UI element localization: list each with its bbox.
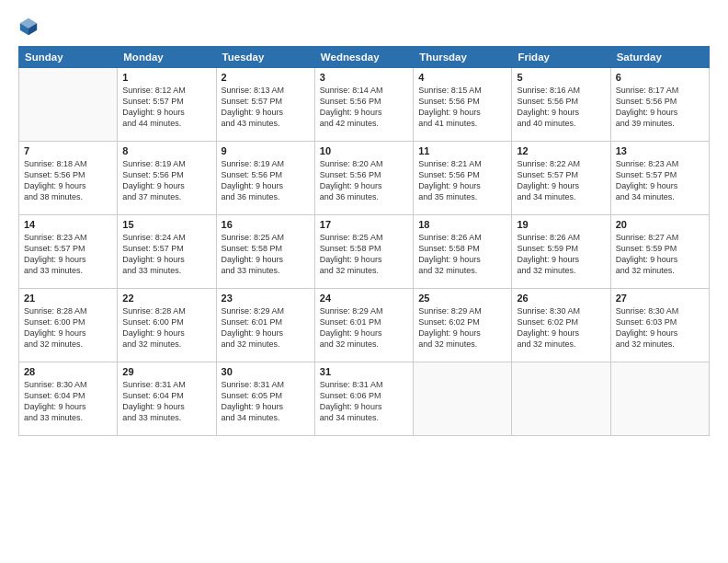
day-cell: 2Sunrise: 8:13 AMSunset: 5:57 PMDaylight… [216, 68, 314, 142]
day-cell: 11Sunrise: 8:21 AMSunset: 5:56 PMDayligh… [414, 142, 512, 215]
day-cell: 29Sunrise: 8:31 AMSunset: 6:04 PMDayligh… [118, 362, 216, 436]
day-cell: 14Sunrise: 8:23 AMSunset: 5:57 PMDayligh… [19, 215, 118, 289]
day-cell: 27Sunrise: 8:30 AMSunset: 6:03 PMDayligh… [610, 289, 709, 362]
day-info: Sunrise: 8:14 AMSunset: 5:56 PMDaylight:… [320, 85, 408, 130]
day-cell: 30Sunrise: 8:31 AMSunset: 6:05 PMDayligh… [216, 362, 314, 436]
day-cell: 19Sunrise: 8:26 AMSunset: 5:59 PMDayligh… [512, 215, 610, 289]
day-number: 27 [616, 293, 704, 304]
day-number: 1 [122, 72, 210, 83]
week-row-3: 21Sunrise: 8:28 AMSunset: 6:00 PMDayligh… [19, 289, 710, 362]
day-number: 11 [418, 145, 506, 156]
weekday-header-sunday: Sunday [19, 47, 118, 68]
day-number: 22 [122, 293, 210, 304]
day-cell: 18Sunrise: 8:26 AMSunset: 5:58 PMDayligh… [414, 215, 512, 289]
day-info: Sunrise: 8:31 AMSunset: 6:04 PMDaylight:… [122, 379, 210, 424]
day-cell: 26Sunrise: 8:30 AMSunset: 6:02 PMDayligh… [512, 289, 610, 362]
day-cell: 20Sunrise: 8:27 AMSunset: 5:59 PMDayligh… [610, 215, 709, 289]
day-cell: 15Sunrise: 8:24 AMSunset: 5:57 PMDayligh… [118, 215, 216, 289]
day-number: 15 [122, 219, 210, 230]
day-number: 5 [517, 72, 605, 83]
day-info: Sunrise: 8:19 AMSunset: 5:56 PMDaylight:… [222, 158, 310, 203]
day-number: 29 [122, 366, 210, 377]
day-info: Sunrise: 8:26 AMSunset: 5:58 PMDaylight:… [418, 232, 506, 277]
week-row-1: 7Sunrise: 8:18 AMSunset: 5:56 PMDaylight… [19, 142, 710, 215]
day-number: 25 [418, 293, 506, 304]
day-info: Sunrise: 8:29 AMSunset: 6:01 PMDaylight:… [222, 305, 310, 350]
day-number: 6 [616, 72, 704, 83]
weekday-header-saturday: Saturday [610, 47, 709, 68]
day-info: Sunrise: 8:18 AMSunset: 5:56 PMDaylight:… [24, 158, 112, 203]
day-number: 31 [320, 366, 408, 377]
day-info: Sunrise: 8:31 AMSunset: 6:06 PMDaylight:… [320, 379, 408, 424]
day-info: Sunrise: 8:25 AMSunset: 5:58 PMDaylight:… [320, 232, 408, 277]
week-row-2: 14Sunrise: 8:23 AMSunset: 5:57 PMDayligh… [19, 215, 710, 289]
day-info: Sunrise: 8:15 AMSunset: 5:56 PMDaylight:… [418, 85, 506, 130]
day-cell: 21Sunrise: 8:28 AMSunset: 6:00 PMDayligh… [19, 289, 118, 362]
day-number: 18 [418, 219, 506, 230]
day-number: 4 [418, 72, 506, 83]
weekday-header-thursday: Thursday [414, 47, 512, 68]
day-number: 21 [24, 293, 112, 304]
day-cell: 24Sunrise: 8:29 AMSunset: 6:01 PMDayligh… [314, 289, 413, 362]
day-info: Sunrise: 8:30 AMSunset: 6:02 PMDaylight:… [517, 305, 605, 350]
day-cell: 7Sunrise: 8:18 AMSunset: 5:56 PMDaylight… [19, 142, 118, 215]
day-cell: 6Sunrise: 8:17 AMSunset: 5:56 PMDaylight… [610, 68, 709, 142]
day-cell: 1Sunrise: 8:12 AMSunset: 5:57 PMDaylight… [118, 68, 216, 142]
day-info: Sunrise: 8:28 AMSunset: 6:00 PMDaylight:… [24, 305, 112, 350]
day-info: Sunrise: 8:12 AMSunset: 5:57 PMDaylight:… [122, 85, 210, 130]
day-number: 3 [320, 72, 408, 83]
day-cell: 10Sunrise: 8:20 AMSunset: 5:56 PMDayligh… [314, 142, 413, 215]
weekday-header-friday: Friday [512, 47, 610, 68]
weekday-header-monday: Monday [118, 47, 216, 68]
day-info: Sunrise: 8:26 AMSunset: 5:59 PMDaylight:… [517, 232, 605, 277]
day-number: 2 [222, 72, 310, 83]
day-cell: 4Sunrise: 8:15 AMSunset: 5:56 PMDaylight… [414, 68, 512, 142]
day-number: 8 [122, 145, 210, 156]
day-number: 24 [320, 293, 408, 304]
day-number: 28 [24, 366, 112, 377]
day-info: Sunrise: 8:27 AMSunset: 5:59 PMDaylight:… [616, 232, 704, 277]
day-info: Sunrise: 8:23 AMSunset: 5:57 PMDaylight:… [24, 232, 112, 277]
day-cell: 12Sunrise: 8:22 AMSunset: 5:57 PMDayligh… [512, 142, 610, 215]
calendar-table: SundayMondayTuesdayWednesdayThursdayFrid… [18, 46, 710, 436]
day-info: Sunrise: 8:19 AMSunset: 5:56 PMDaylight:… [122, 158, 210, 203]
day-number: 30 [222, 366, 310, 377]
day-info: Sunrise: 8:28 AMSunset: 6:00 PMDaylight:… [122, 305, 210, 350]
day-number: 20 [616, 219, 704, 230]
day-number: 9 [222, 145, 310, 156]
day-cell [19, 68, 118, 142]
day-info: Sunrise: 8:23 AMSunset: 5:57 PMDaylight:… [616, 158, 704, 203]
day-info: Sunrise: 8:24 AMSunset: 5:57 PMDaylight:… [122, 232, 210, 277]
day-number: 16 [222, 219, 310, 230]
day-cell: 31Sunrise: 8:31 AMSunset: 6:06 PMDayligh… [314, 362, 413, 436]
day-cell: 25Sunrise: 8:29 AMSunset: 6:02 PMDayligh… [414, 289, 512, 362]
day-info: Sunrise: 8:29 AMSunset: 6:02 PMDaylight:… [418, 305, 506, 350]
day-cell: 13Sunrise: 8:23 AMSunset: 5:57 PMDayligh… [610, 142, 709, 215]
weekday-header-row: SundayMondayTuesdayWednesdayThursdayFrid… [19, 47, 710, 68]
day-info: Sunrise: 8:29 AMSunset: 6:01 PMDaylight:… [320, 305, 408, 350]
day-cell: 9Sunrise: 8:19 AMSunset: 5:56 PMDaylight… [216, 142, 314, 215]
day-number: 13 [616, 145, 704, 156]
day-number: 19 [517, 219, 605, 230]
day-cell: 8Sunrise: 8:19 AMSunset: 5:56 PMDaylight… [118, 142, 216, 215]
logo-icon [18, 17, 39, 37]
day-cell: 23Sunrise: 8:29 AMSunset: 6:01 PMDayligh… [216, 289, 314, 362]
week-row-0: 1Sunrise: 8:12 AMSunset: 5:57 PMDaylight… [19, 68, 710, 142]
weekday-header-wednesday: Wednesday [314, 47, 413, 68]
header [18, 17, 710, 37]
day-cell: 5Sunrise: 8:16 AMSunset: 5:56 PMDaylight… [512, 68, 610, 142]
day-info: Sunrise: 8:13 AMSunset: 5:57 PMDaylight:… [222, 85, 310, 130]
logo [18, 17, 42, 37]
day-cell [414, 362, 512, 436]
day-info: Sunrise: 8:25 AMSunset: 5:58 PMDaylight:… [222, 232, 310, 277]
day-number: 17 [320, 219, 408, 230]
day-cell: 16Sunrise: 8:25 AMSunset: 5:58 PMDayligh… [216, 215, 314, 289]
day-info: Sunrise: 8:16 AMSunset: 5:56 PMDaylight:… [517, 85, 605, 130]
calendar-page: SundayMondayTuesdayWednesdayThursdayFrid… [0, 0, 728, 563]
weekday-header-tuesday: Tuesday [216, 47, 314, 68]
day-number: 12 [517, 145, 605, 156]
day-info: Sunrise: 8:30 AMSunset: 6:04 PMDaylight:… [24, 379, 112, 424]
day-cell: 17Sunrise: 8:25 AMSunset: 5:58 PMDayligh… [314, 215, 413, 289]
day-number: 23 [222, 293, 310, 304]
day-info: Sunrise: 8:22 AMSunset: 5:57 PMDaylight:… [517, 158, 605, 203]
